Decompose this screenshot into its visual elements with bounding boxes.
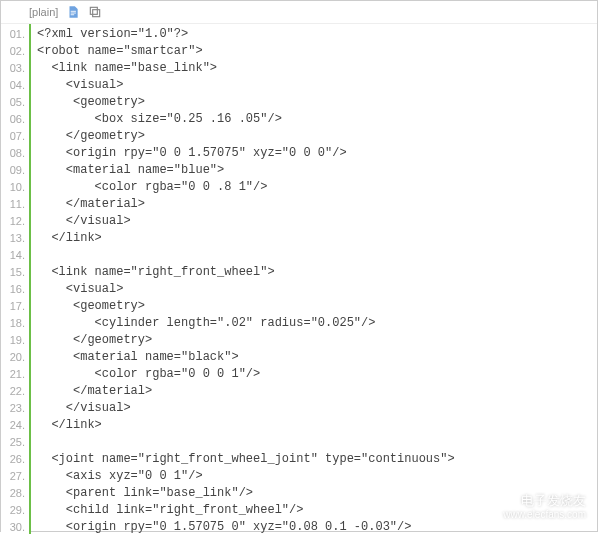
code-viewer-panel: [plain] 01.02.03.04.05.06.07.08.09.10.11… [0, 0, 598, 532]
line-number: 12. [3, 213, 25, 230]
code-line: <origin rpy="0 1.57075 0" xyz="0.08 0.1 … [37, 519, 597, 534]
line-number: 09. [3, 162, 25, 179]
line-number: 04. [3, 77, 25, 94]
code-line: <origin rpy="0 0 1.57075" xyz="0 0 0"/> [37, 145, 597, 162]
code-line: <child link="right_front_wheel"/> [37, 502, 597, 519]
line-number: 03. [3, 60, 25, 77]
code-line: <color rgba="0 0 .8 1"/> [37, 179, 597, 196]
code-line: </material> [37, 383, 597, 400]
line-number: 21. [3, 366, 25, 383]
code-line: </geometry> [37, 128, 597, 145]
line-number: 11. [3, 196, 25, 213]
code-line: </visual> [37, 400, 597, 417]
line-number: 13. [3, 230, 25, 247]
code-line: <link name="base_link"> [37, 60, 597, 77]
line-number: 29. [3, 502, 25, 519]
code-line: <geometry> [37, 94, 597, 111]
svg-rect-1 [71, 13, 76, 14]
code-line [37, 247, 597, 264]
line-number: 17. [3, 298, 25, 315]
code-line: <visual> [37, 77, 597, 94]
view-mode-label[interactable]: [plain] [29, 6, 58, 18]
code-content[interactable]: <?xml version="1.0"?><robot name="smartc… [29, 24, 597, 534]
line-number: 02. [3, 43, 25, 60]
svg-rect-0 [71, 11, 76, 12]
line-number: 19. [3, 332, 25, 349]
line-number: 23. [3, 400, 25, 417]
line-number: 06. [3, 111, 25, 128]
line-number: 24. [3, 417, 25, 434]
line-number: 20. [3, 349, 25, 366]
code-line: <link name="right_front_wheel"> [37, 264, 597, 281]
code-line: </visual> [37, 213, 597, 230]
line-number: 08. [3, 145, 25, 162]
code-line: </material> [37, 196, 597, 213]
line-number: 18. [3, 315, 25, 332]
toolbar: [plain] [1, 1, 597, 24]
code-line: <geometry> [37, 298, 597, 315]
svg-rect-3 [93, 10, 100, 17]
line-number-gutter: 01.02.03.04.05.06.07.08.09.10.11.12.13.1… [1, 24, 29, 534]
code-line: <box size="0.25 .16 .05"/> [37, 111, 597, 128]
code-line: </link> [37, 417, 597, 434]
code-line: <color rgba="0 0 0 1"/> [37, 366, 597, 383]
code-line: <material name="black"> [37, 349, 597, 366]
code-line: </link> [37, 230, 597, 247]
code-line: <?xml version="1.0"?> [37, 26, 597, 43]
code-line: <robot name="smartcar"> [37, 43, 597, 60]
code-line: <visual> [37, 281, 597, 298]
code-line [37, 434, 597, 451]
line-number: 25. [3, 434, 25, 451]
line-number: 01. [3, 26, 25, 43]
document-icon[interactable] [66, 5, 80, 19]
line-number: 14. [3, 247, 25, 264]
line-number: 16. [3, 281, 25, 298]
code-line: <parent link="base_link"/> [37, 485, 597, 502]
svg-rect-4 [91, 7, 98, 14]
line-number: 27. [3, 468, 25, 485]
code-line: <material name="blue"> [37, 162, 597, 179]
line-number: 15. [3, 264, 25, 281]
code-line: <cylinder length=".02" radius="0.025"/> [37, 315, 597, 332]
line-number: 22. [3, 383, 25, 400]
line-number: 10. [3, 179, 25, 196]
svg-rect-2 [71, 14, 75, 15]
code-line: </geometry> [37, 332, 597, 349]
line-number: 07. [3, 128, 25, 145]
line-number: 26. [3, 451, 25, 468]
line-number: 05. [3, 94, 25, 111]
copy-icon[interactable] [88, 5, 102, 19]
code-line: <axis xyz="0 0 1"/> [37, 468, 597, 485]
code-area: 01.02.03.04.05.06.07.08.09.10.11.12.13.1… [1, 24, 597, 534]
code-line: <joint name="right_front_wheel_joint" ty… [37, 451, 597, 468]
line-number: 28. [3, 485, 25, 502]
line-number: 30. [3, 519, 25, 534]
